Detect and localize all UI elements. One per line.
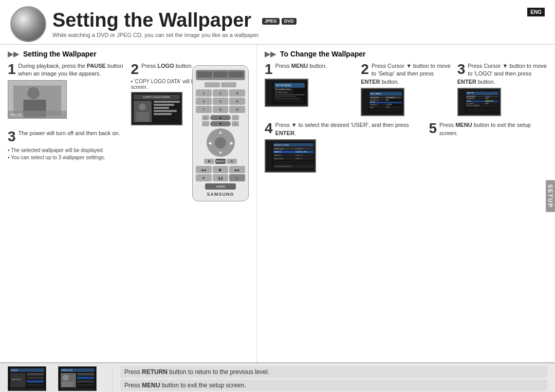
left-section-heading: ▶▶ Setting the Wallpaper	[8, 50, 249, 58]
svg-rect-94	[77, 380, 94, 383]
page-subtitle: While watching a DVD or JPEG CD, you can…	[52, 32, 297, 38]
svg-text:Audio: Audio	[370, 106, 374, 108]
svg-text:SETUP: SETUP	[370, 102, 375, 104]
svg-text:FAV: FAV	[386, 99, 390, 101]
svg-text:USER 1: USER 1	[274, 151, 282, 153]
jpeg-badge: JPEG	[262, 18, 280, 25]
right-step-1-screen: SETUP MENU Press Menu Key For Win Store	[265, 79, 308, 107]
svg-text:DivX REG: DivX REG	[466, 103, 474, 105]
svg-rect-85	[10, 388, 44, 390]
bottom-screen-2: USER1.JPG	[58, 366, 97, 391]
svg-rect-83	[27, 380, 44, 383]
title-area: Setting the Wallpaper JPEG DVD While wat…	[52, 10, 297, 38]
bottom-bar: LOGO1 SAMSUNG Select this to set the Sam…	[0, 362, 555, 392]
svg-rect-19	[274, 100, 305, 102]
bottom-image-2: USER1.JPG Select this to set the desired…	[58, 366, 104, 392]
svg-text:PLAYOUT: PLAYOUT	[370, 104, 377, 106]
svg-text:PAUSE: PAUSE	[11, 113, 23, 117]
step-2-num: 2	[131, 62, 139, 77]
right-step-2-screen: DISC MENU LANGUAGE TV Screen HDTV CP JRP…	[361, 88, 404, 116]
remote-control: 1 2 3 4 5 6 7 8 9 + ▲ - - ▼	[187, 65, 254, 201]
right-step-2-num: 2	[361, 62, 369, 77]
page-header: Setting the Wallpaper JPEG DVD While wat…	[0, 0, 555, 45]
copy-menu-lines	[154, 101, 180, 122]
right-step-4-text: Press ▼ to select the desired 'USER', an…	[265, 121, 422, 137]
svg-text:■ Select ▶ Enter ■ Exit: ■ Select ▶ Enter ■ Exit	[274, 165, 291, 167]
svg-text:HDTV: HDTV	[391, 97, 396, 99]
format-badges: JPEG DVD	[262, 18, 297, 25]
step-1-image: PAUSE	[8, 80, 67, 119]
svg-text:USER 2: USER 2	[274, 154, 282, 157]
svg-text:BOX PC RDMM A: BOX PC RDMM A	[466, 105, 479, 107]
steps-1-2-3: 1 Press MENU button. SETUP MENU Press Me…	[265, 62, 547, 116]
svg-rect-95	[77, 384, 94, 386]
right-step-2-text: Press Cursor ▼ button to move to 'Setup'…	[361, 62, 451, 86]
bottom-screen-1: LOGO1 SAMSUNG	[8, 366, 46, 391]
svg-rect-91	[62, 382, 73, 387]
svg-rect-92	[77, 373, 94, 376]
svg-text:LANGUAGE: LANGUAGE	[466, 96, 475, 98]
samsung-logo-circle	[10, 6, 46, 42]
setup-tab: SETUP	[546, 180, 555, 212]
svg-rect-73	[273, 161, 313, 163]
bottom-note-1: Press RETURN button to return to the pre…	[120, 366, 547, 378]
right-step-1-num: 1	[265, 62, 273, 77]
svg-text:EMPTY: EMPTY	[295, 154, 303, 157]
svg-text:DISC MENU: DISC MENU	[371, 92, 382, 95]
right-step-5-text: Press MENU button to exit the setup scre…	[429, 121, 547, 137]
logo-button: LOGO	[216, 185, 225, 188]
right-step-3: 3 Press Cursor ▼ button to move to 'LOGO…	[457, 62, 547, 116]
svg-rect-16	[274, 94, 305, 95]
svg-text:SETUP / LOGO: SETUP / LOGO	[274, 143, 289, 146]
svg-text:PARENTAL: PARENTAL	[466, 98, 474, 100]
step-1-num: 1	[8, 62, 16, 77]
section-arrow-icon: ▶▶	[8, 50, 19, 58]
svg-rect-8	[136, 112, 149, 121]
svg-text:USER1.JPG: USER1.JPG	[61, 369, 72, 371]
svg-text:LOGO1: LOGO1	[295, 147, 303, 150]
svg-text:1 ENG: 1 ENG	[485, 96, 490, 98]
svg-text:LANGUAGE: LANGUAGE	[370, 97, 379, 99]
svg-text:EMPTY: EMPTY	[295, 157, 303, 160]
bottom-images: LOGO1 SAMSUNG Select this to set the Sam…	[8, 366, 104, 392]
remote-top-buttons	[196, 70, 245, 80]
step-3-num: 3	[8, 129, 16, 144]
svg-rect-82	[27, 377, 44, 379]
svg-text:USER1.JPG: USER1.JPG	[295, 151, 307, 153]
step-1-block: 1 During playback, press the PAUSE butto…	[8, 62, 126, 125]
dvd-badge: DVD	[282, 18, 297, 25]
right-step-4: 4 Press ▼ to select the desired 'USER', …	[265, 121, 422, 173]
language-badge: ENG	[527, 8, 545, 16]
right-step-3-num: 3	[457, 62, 466, 77]
svg-text:E-SUBS: E-SUBS	[386, 104, 392, 106]
step-1-text: During playback, press the PAUSE button …	[8, 62, 126, 78]
right-step-1: 1 Press MENU button. SETUP MENU Press Me…	[265, 62, 355, 116]
bottom-note-2: Press MENU button to exit the setup scre…	[120, 380, 547, 391]
svg-text:User Park: User Park	[274, 157, 284, 160]
svg-text:CP JRPLUS: CP JRPLUS	[370, 99, 379, 101]
svg-text:SETUP MENU: SETUP MENU	[276, 84, 292, 87]
svg-point-7	[139, 103, 146, 110]
copy-thumb-image	[134, 101, 152, 122]
svg-text:DRT: DRT	[485, 103, 488, 105]
svg-text:SETUP: SETUP	[467, 92, 473, 95]
right-panel: ▶▶ To Change the Wallpaper 1 Press MENU …	[257, 45, 555, 362]
right-step-3-text: Press Cursor ▼ button to move to 'LOGO' …	[457, 62, 547, 86]
remote-navigation: ▲ ▼ ◀ ▶	[207, 128, 235, 157]
bottom-right-notes: Press RETURN button to return to the pre…	[112, 366, 547, 392]
svg-text:LOGO1: LOGO1	[11, 369, 18, 371]
right-step-3-screen: SETUP LANGUAGE 1 ENG PARENTAL OFF LOGO S…	[457, 88, 501, 116]
svg-text:SAMSUNG: SAMSUNG	[485, 100, 493, 102]
svg-point-90	[63, 375, 69, 381]
svg-rect-39	[369, 109, 402, 111]
right-section-heading: ▶▶ To Change the Wallpaper	[265, 50, 547, 58]
svg-rect-96	[61, 388, 95, 390]
svg-rect-17	[274, 96, 297, 97]
remote-numpad: 1 2 3 4 5 6 7 8 9	[196, 89, 245, 113]
svg-rect-84	[27, 384, 44, 386]
svg-rect-18	[274, 98, 301, 99]
svg-point-2	[27, 87, 40, 99]
svg-rect-93	[77, 377, 94, 379]
svg-text:DTS: DTS	[386, 106, 389, 108]
right-section-arrow: ▶▶	[265, 50, 276, 58]
